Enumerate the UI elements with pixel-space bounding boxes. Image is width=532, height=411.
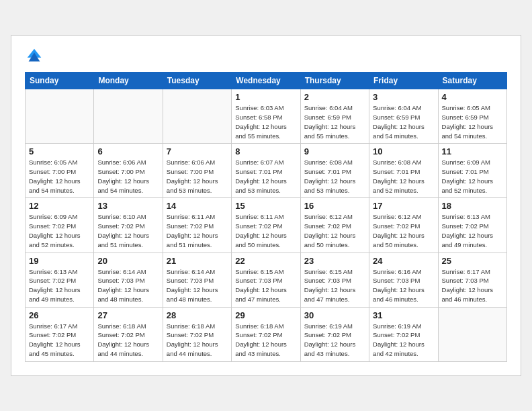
day-number: 7 (167, 146, 228, 156)
day-number: 19 (29, 256, 90, 266)
calendar-cell (163, 89, 231, 144)
calendar-cell (26, 89, 94, 144)
day-number: 28 (167, 310, 228, 320)
calendar-cell: 19Sunrise: 6:13 AM Sunset: 7:02 PM Dayli… (26, 253, 94, 307)
day-number: 2 (304, 92, 365, 102)
day-info: Sunrise: 6:11 AM Sunset: 7:02 PM Dayligh… (167, 212, 228, 249)
day-number: 23 (304, 256, 365, 266)
day-info: Sunrise: 6:09 AM Sunset: 7:02 PM Dayligh… (29, 212, 90, 249)
calendar-cell: 2Sunrise: 6:04 AM Sunset: 6:59 PM Daylig… (300, 89, 369, 144)
calendar-cell: 20Sunrise: 6:14 AM Sunset: 7:03 PM Dayli… (94, 253, 163, 307)
calendar-cell: 25Sunrise: 6:17 AM Sunset: 7:03 PM Dayli… (438, 253, 506, 307)
calendar-cell: 3Sunrise: 6:04 AM Sunset: 6:59 PM Daylig… (369, 89, 438, 144)
day-info: Sunrise: 6:08 AM Sunset: 7:01 PM Dayligh… (304, 158, 365, 195)
weekday-header-saturday: Saturday (438, 73, 506, 89)
calendar-cell: 15Sunrise: 6:11 AM Sunset: 7:02 PM Dayli… (232, 198, 300, 253)
calendar-grid: SundayMondayTuesdayWednesdayThursdayFrid… (25, 72, 507, 361)
day-info: Sunrise: 6:07 AM Sunset: 7:01 PM Dayligh… (235, 158, 296, 195)
day-number: 3 (373, 92, 434, 102)
calendar-cell: 31Sunrise: 6:19 AM Sunset: 7:02 PM Dayli… (369, 307, 438, 361)
day-info: Sunrise: 6:15 AM Sunset: 7:03 PM Dayligh… (304, 267, 365, 304)
day-number: 11 (442, 146, 503, 156)
day-number: 10 (373, 146, 434, 156)
day-number: 30 (304, 310, 365, 320)
day-number: 20 (97, 256, 159, 266)
calendar-cell: 9Sunrise: 6:08 AM Sunset: 7:01 PM Daylig… (300, 144, 369, 198)
calendar-cell: 7Sunrise: 6:06 AM Sunset: 7:00 PM Daylig… (163, 144, 231, 198)
calendar-cell: 11Sunrise: 6:09 AM Sunset: 7:01 PM Dayli… (438, 144, 506, 198)
day-number: 5 (29, 146, 90, 156)
weekday-header-monday: Monday (94, 73, 163, 89)
calendar-cell: 29Sunrise: 6:18 AM Sunset: 7:02 PM Dayli… (232, 307, 300, 361)
calendar-cell: 13Sunrise: 6:10 AM Sunset: 7:02 PM Dayli… (94, 198, 163, 253)
calendar-cell: 27Sunrise: 6:18 AM Sunset: 7:02 PM Dayli… (94, 307, 163, 361)
day-info: Sunrise: 6:03 AM Sunset: 6:58 PM Dayligh… (235, 103, 296, 140)
day-info: Sunrise: 6:11 AM Sunset: 7:02 PM Dayligh… (235, 212, 296, 249)
day-number: 15 (235, 201, 296, 211)
day-info: Sunrise: 6:04 AM Sunset: 6:59 PM Dayligh… (304, 103, 365, 140)
calendar-cell (438, 307, 506, 361)
day-info: Sunrise: 6:06 AM Sunset: 7:00 PM Dayligh… (97, 158, 159, 195)
calendar-container: SundayMondayTuesdayWednesdayThursdayFrid… (11, 35, 521, 375)
day-info: Sunrise: 6:05 AM Sunset: 6:59 PM Dayligh… (442, 103, 503, 140)
day-number: 8 (235, 146, 296, 156)
header-section (25, 46, 507, 65)
day-info: Sunrise: 6:05 AM Sunset: 7:00 PM Dayligh… (29, 158, 90, 195)
calendar-cell: 24Sunrise: 6:16 AM Sunset: 7:03 PM Dayli… (369, 253, 438, 307)
day-number: 29 (235, 310, 296, 320)
calendar-cell: 12Sunrise: 6:09 AM Sunset: 7:02 PM Dayli… (26, 198, 94, 253)
day-number: 17 (373, 201, 434, 211)
calendar-week-row: 26Sunrise: 6:17 AM Sunset: 7:02 PM Dayli… (26, 307, 507, 361)
day-info: Sunrise: 6:04 AM Sunset: 6:59 PM Dayligh… (373, 103, 434, 140)
logo-icon (25, 46, 44, 65)
day-number: 27 (97, 310, 159, 320)
weekday-header-friday: Friday (369, 73, 438, 89)
day-number: 22 (235, 256, 296, 266)
weekday-header-tuesday: Tuesday (163, 73, 231, 89)
calendar-cell: 28Sunrise: 6:18 AM Sunset: 7:02 PM Dayli… (163, 307, 231, 361)
day-number: 21 (167, 256, 228, 266)
day-info: Sunrise: 6:15 AM Sunset: 7:03 PM Dayligh… (235, 267, 296, 304)
calendar-cell: 16Sunrise: 6:12 AM Sunset: 7:02 PM Dayli… (300, 198, 369, 253)
weekday-header-wednesday: Wednesday (232, 73, 300, 89)
calendar-cell: 21Sunrise: 6:14 AM Sunset: 7:03 PM Dayli… (163, 253, 231, 307)
day-number: 13 (97, 201, 159, 211)
calendar-cell: 5Sunrise: 6:05 AM Sunset: 7:00 PM Daylig… (26, 144, 94, 198)
day-info: Sunrise: 6:10 AM Sunset: 7:02 PM Dayligh… (97, 212, 159, 249)
calendar-cell: 10Sunrise: 6:08 AM Sunset: 7:01 PM Dayli… (369, 144, 438, 198)
calendar-cell: 23Sunrise: 6:15 AM Sunset: 7:03 PM Dayli… (300, 253, 369, 307)
calendar-cell: 30Sunrise: 6:19 AM Sunset: 7:02 PM Dayli… (300, 307, 369, 361)
calendar-cell: 8Sunrise: 6:07 AM Sunset: 7:01 PM Daylig… (232, 144, 300, 198)
day-number: 4 (442, 92, 503, 102)
calendar-cell: 1Sunrise: 6:03 AM Sunset: 6:58 PM Daylig… (232, 89, 300, 144)
day-number: 18 (442, 201, 503, 211)
day-info: Sunrise: 6:14 AM Sunset: 7:03 PM Dayligh… (97, 267, 159, 304)
day-number: 14 (167, 201, 228, 211)
day-number: 26 (29, 310, 90, 320)
day-info: Sunrise: 6:12 AM Sunset: 7:02 PM Dayligh… (304, 212, 365, 249)
day-info: Sunrise: 6:14 AM Sunset: 7:03 PM Dayligh… (167, 267, 228, 304)
calendar-cell: 6Sunrise: 6:06 AM Sunset: 7:00 PM Daylig… (94, 144, 163, 198)
calendar-week-row: 1Sunrise: 6:03 AM Sunset: 6:58 PM Daylig… (26, 89, 507, 144)
day-info: Sunrise: 6:08 AM Sunset: 7:01 PM Dayligh… (373, 158, 434, 195)
day-number: 6 (97, 146, 159, 156)
day-number: 25 (442, 256, 503, 266)
day-info: Sunrise: 6:18 AM Sunset: 7:02 PM Dayligh… (235, 322, 296, 359)
day-info: Sunrise: 6:17 AM Sunset: 7:02 PM Dayligh… (29, 322, 90, 359)
day-info: Sunrise: 6:06 AM Sunset: 7:00 PM Dayligh… (167, 158, 228, 195)
day-info: Sunrise: 6:16 AM Sunset: 7:03 PM Dayligh… (373, 267, 434, 304)
day-info: Sunrise: 6:19 AM Sunset: 7:02 PM Dayligh… (373, 322, 434, 359)
day-info: Sunrise: 6:18 AM Sunset: 7:02 PM Dayligh… (97, 322, 159, 359)
weekday-header-row: SundayMondayTuesdayWednesdayThursdayFrid… (26, 73, 507, 89)
day-number: 24 (373, 256, 434, 266)
calendar-week-row: 12Sunrise: 6:09 AM Sunset: 7:02 PM Dayli… (26, 198, 507, 253)
day-number: 9 (304, 146, 365, 156)
day-info: Sunrise: 6:17 AM Sunset: 7:03 PM Dayligh… (442, 267, 503, 304)
calendar-cell: 18Sunrise: 6:13 AM Sunset: 7:02 PM Dayli… (438, 198, 506, 253)
calendar-cell: 22Sunrise: 6:15 AM Sunset: 7:03 PM Dayli… (232, 253, 300, 307)
calendar-cell: 17Sunrise: 6:12 AM Sunset: 7:02 PM Dayli… (369, 198, 438, 253)
calendar-cell (94, 89, 163, 144)
calendar-cell: 4Sunrise: 6:05 AM Sunset: 6:59 PM Daylig… (438, 89, 506, 144)
weekday-header-sunday: Sunday (26, 73, 94, 89)
day-number: 16 (304, 201, 365, 211)
